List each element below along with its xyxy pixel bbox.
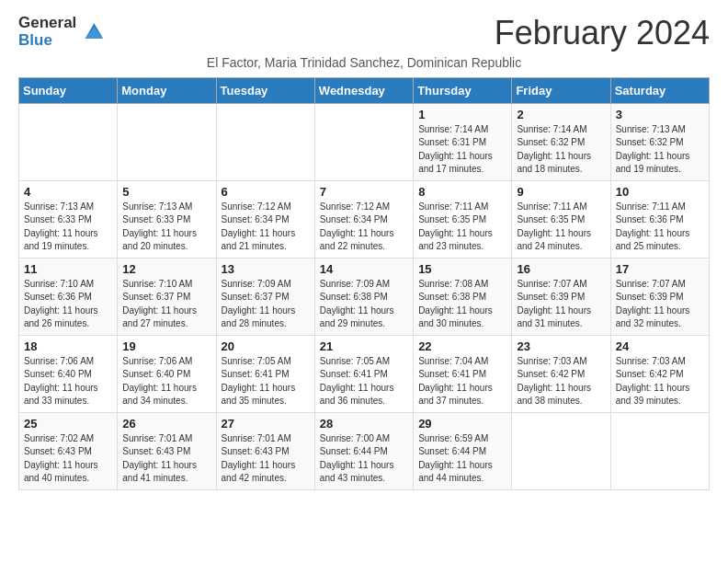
day-number: 21 — [320, 339, 408, 353]
day-cell: 27Sunrise: 7:01 AM Sunset: 6:43 PM Dayli… — [216, 412, 314, 489]
day-header-thursday: Thursday — [414, 77, 512, 103]
week-row-4: 18Sunrise: 7:06 AM Sunset: 6:40 PM Dayli… — [19, 335, 710, 412]
day-cell: 5Sunrise: 7:13 AM Sunset: 6:33 PM Daylig… — [118, 180, 216, 258]
day-cell — [610, 412, 709, 489]
day-number: 10 — [616, 185, 704, 199]
svg-marker-1 — [85, 27, 104, 39]
logo-line1: General — [18, 15, 76, 32]
day-info: Sunrise: 7:12 AM Sunset: 6:34 PM Dayligh… — [320, 201, 408, 254]
day-header-tuesday: Tuesday — [216, 77, 314, 103]
day-info: Sunrise: 7:10 AM Sunset: 6:37 PM Dayligh… — [122, 278, 210, 331]
logo-icon — [80, 19, 106, 45]
day-number: 3 — [616, 108, 704, 121]
day-info: Sunrise: 7:05 AM Sunset: 6:41 PM Dayligh… — [320, 355, 408, 408]
day-info: Sunrise: 7:12 AM Sunset: 6:34 PM Dayligh… — [222, 201, 310, 254]
day-cell: 28Sunrise: 7:00 AM Sunset: 6:44 PM Dayli… — [314, 412, 413, 489]
day-number: 4 — [24, 185, 112, 199]
day-info: Sunrise: 7:01 AM Sunset: 6:43 PM Dayligh… — [222, 432, 310, 486]
day-cell: 11Sunrise: 7:10 AM Sunset: 6:36 PM Dayli… — [19, 258, 118, 335]
day-cell: 10Sunrise: 7:11 AM Sunset: 6:36 PM Dayli… — [610, 180, 709, 258]
day-info: Sunrise: 7:09 AM Sunset: 6:37 PM Dayligh… — [222, 278, 310, 331]
day-info: Sunrise: 7:10 AM Sunset: 6:36 PM Dayligh… — [24, 278, 112, 331]
day-cell: 19Sunrise: 7:06 AM Sunset: 6:40 PM Dayli… — [118, 335, 216, 412]
day-info: Sunrise: 7:05 AM Sunset: 6:41 PM Dayligh… — [222, 355, 310, 408]
day-cell: 4Sunrise: 7:13 AM Sunset: 6:33 PM Daylig… — [19, 180, 118, 258]
day-number: 29 — [418, 417, 506, 431]
day-info: Sunrise: 7:06 AM Sunset: 6:40 PM Dayligh… — [122, 355, 210, 408]
day-cell: 9Sunrise: 7:11 AM Sunset: 6:35 PM Daylig… — [512, 180, 610, 258]
day-info: Sunrise: 7:01 AM Sunset: 6:43 PM Dayligh… — [122, 432, 210, 486]
day-cell: 29Sunrise: 6:59 AM Sunset: 6:44 PM Dayli… — [414, 412, 512, 489]
day-number: 17 — [616, 262, 704, 276]
day-info: Sunrise: 7:09 AM Sunset: 6:38 PM Dayligh… — [320, 278, 408, 331]
day-info: Sunrise: 7:03 AM Sunset: 6:42 PM Dayligh… — [616, 355, 704, 408]
day-number: 28 — [320, 417, 408, 431]
day-info: Sunrise: 7:02 AM Sunset: 6:43 PM Dayligh… — [24, 432, 112, 486]
day-cell: 8Sunrise: 7:11 AM Sunset: 6:35 PM Daylig… — [414, 180, 512, 258]
day-info: Sunrise: 7:08 AM Sunset: 6:38 PM Dayligh… — [418, 278, 506, 331]
calendar-table: SundayMondayTuesdayWednesdayThursdayFrid… — [18, 77, 710, 490]
day-cell: 21Sunrise: 7:05 AM Sunset: 6:41 PM Dayli… — [314, 335, 413, 412]
day-cell: 16Sunrise: 7:07 AM Sunset: 6:39 PM Dayli… — [512, 258, 610, 335]
day-number: 26 — [122, 417, 210, 431]
month-title: February 2024 — [495, 15, 710, 52]
day-info: Sunrise: 7:11 AM Sunset: 6:35 PM Dayligh… — [418, 201, 506, 254]
day-header-wednesday: Wednesday — [314, 77, 413, 103]
day-number: 1 — [418, 108, 506, 121]
day-cell: 13Sunrise: 7:09 AM Sunset: 6:37 PM Dayli… — [216, 258, 314, 335]
day-info: Sunrise: 7:06 AM Sunset: 6:40 PM Dayligh… — [24, 355, 112, 408]
day-number: 27 — [222, 417, 310, 431]
week-row-3: 11Sunrise: 7:10 AM Sunset: 6:36 PM Dayli… — [19, 258, 710, 335]
day-number: 2 — [517, 108, 605, 121]
day-info: Sunrise: 7:14 AM Sunset: 6:31 PM Dayligh… — [418, 123, 506, 177]
day-info: Sunrise: 7:13 AM Sunset: 6:32 PM Dayligh… — [616, 123, 704, 177]
day-number: 18 — [24, 339, 112, 353]
day-cell: 15Sunrise: 7:08 AM Sunset: 6:38 PM Dayli… — [414, 258, 512, 335]
day-cell: 7Sunrise: 7:12 AM Sunset: 6:34 PM Daylig… — [314, 180, 413, 258]
day-info: Sunrise: 7:13 AM Sunset: 6:33 PM Dayligh… — [24, 201, 112, 254]
day-number: 8 — [418, 185, 506, 199]
day-number: 5 — [122, 185, 210, 199]
day-info: Sunrise: 7:03 AM Sunset: 6:42 PM Dayligh… — [517, 355, 605, 408]
day-cell: 24Sunrise: 7:03 AM Sunset: 6:42 PM Dayli… — [610, 335, 709, 412]
day-number: 11 — [24, 262, 112, 276]
location: El Factor, Maria Trinidad Sanchez, Domin… — [18, 55, 710, 70]
logo-line2: Blue — [18, 32, 76, 50]
day-number: 22 — [418, 339, 506, 353]
day-cell: 26Sunrise: 7:01 AM Sunset: 6:43 PM Dayli… — [118, 412, 216, 489]
day-cell: 22Sunrise: 7:04 AM Sunset: 6:41 PM Dayli… — [414, 335, 512, 412]
day-header-row: SundayMondayTuesdayWednesdayThursdayFrid… — [19, 77, 710, 103]
week-row-2: 4Sunrise: 7:13 AM Sunset: 6:33 PM Daylig… — [19, 180, 710, 258]
title-block: February 2024 — [495, 15, 710, 52]
day-cell: 20Sunrise: 7:05 AM Sunset: 6:41 PM Dayli… — [216, 335, 314, 412]
day-info: Sunrise: 7:04 AM Sunset: 6:41 PM Dayligh… — [418, 355, 506, 408]
day-number: 20 — [222, 339, 310, 353]
day-cell — [512, 412, 610, 489]
day-info: Sunrise: 7:00 AM Sunset: 6:44 PM Dayligh… — [320, 432, 408, 486]
week-row-1: 1Sunrise: 7:14 AM Sunset: 6:31 PM Daylig… — [19, 103, 710, 180]
day-cell: 3Sunrise: 7:13 AM Sunset: 6:32 PM Daylig… — [610, 103, 709, 180]
day-number: 14 — [320, 262, 408, 276]
day-number: 12 — [122, 262, 210, 276]
day-number: 9 — [517, 185, 605, 199]
day-number: 25 — [24, 417, 112, 431]
day-number: 15 — [418, 262, 506, 276]
day-cell: 14Sunrise: 7:09 AM Sunset: 6:38 PM Dayli… — [314, 258, 413, 335]
logo: General Blue — [18, 15, 106, 49]
day-header-sunday: Sunday — [19, 77, 118, 103]
day-info: Sunrise: 7:07 AM Sunset: 6:39 PM Dayligh… — [517, 278, 605, 331]
day-number: 23 — [517, 339, 605, 353]
day-cell — [314, 103, 413, 180]
day-cell: 1Sunrise: 7:14 AM Sunset: 6:31 PM Daylig… — [414, 103, 512, 180]
day-info: Sunrise: 7:13 AM Sunset: 6:33 PM Dayligh… — [122, 201, 210, 254]
day-cell — [216, 103, 314, 180]
week-row-5: 25Sunrise: 7:02 AM Sunset: 6:43 PM Dayli… — [19, 412, 710, 489]
day-cell — [118, 103, 216, 180]
day-info: Sunrise: 7:11 AM Sunset: 6:35 PM Dayligh… — [517, 201, 605, 254]
day-cell: 2Sunrise: 7:14 AM Sunset: 6:32 PM Daylig… — [512, 103, 610, 180]
day-number: 7 — [320, 185, 408, 199]
day-info: Sunrise: 6:59 AM Sunset: 6:44 PM Dayligh… — [418, 432, 506, 486]
day-header-saturday: Saturday — [610, 77, 709, 103]
day-number: 6 — [222, 185, 310, 199]
day-info: Sunrise: 7:11 AM Sunset: 6:36 PM Dayligh… — [616, 201, 704, 254]
